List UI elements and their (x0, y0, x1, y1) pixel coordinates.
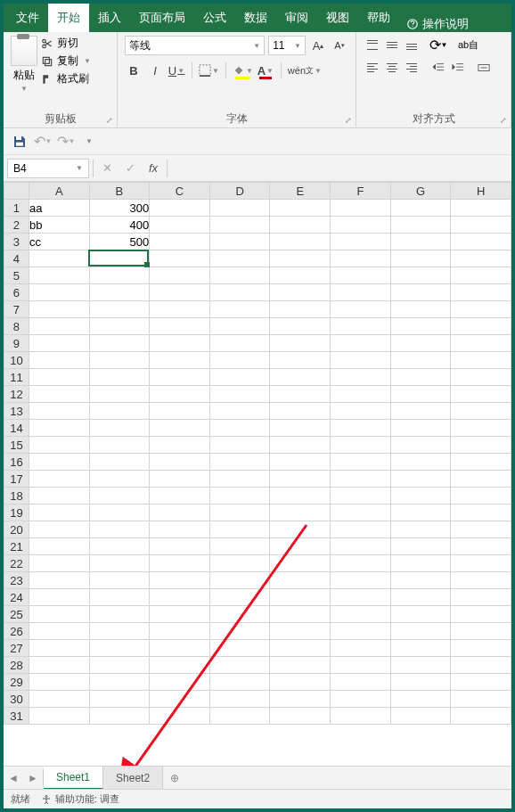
cell-E5[interactable] (270, 267, 331, 284)
cell-C3[interactable] (150, 234, 210, 250)
cancel-formula-button[interactable]: ✕ (97, 159, 117, 178)
row-header-18[interactable]: 18 (4, 488, 29, 504)
cell-E12[interactable] (270, 386, 331, 403)
cell-G29[interactable] (390, 674, 451, 691)
cell-G2[interactable] (390, 217, 451, 234)
cell-G28[interactable] (390, 657, 451, 674)
sheet-nav-prev[interactable]: ◄ (4, 767, 23, 790)
col-header-A[interactable]: A (29, 183, 89, 200)
cell-E31[interactable] (270, 708, 331, 725)
col-header-D[interactable]: D (209, 183, 270, 200)
copy-button[interactable]: 复制▼ (41, 53, 91, 69)
cell-A19[interactable] (29, 504, 89, 521)
cell-A15[interactable] (29, 437, 89, 454)
col-header-H[interactable]: H (451, 183, 511, 200)
cell-F19[interactable] (331, 504, 391, 521)
cell-H7[interactable] (451, 301, 511, 318)
cell-G21[interactable] (390, 538, 451, 555)
cell-G11[interactable] (390, 369, 451, 386)
cell-F30[interactable] (331, 691, 391, 708)
cell-H17[interactable] (451, 471, 511, 488)
cell-B12[interactable] (89, 386, 150, 403)
cell-D17[interactable] (209, 471, 270, 488)
cell-E19[interactable] (270, 504, 331, 521)
cell-H24[interactable] (451, 589, 511, 606)
cell-F20[interactable] (331, 521, 391, 538)
cell-D9[interactable] (209, 335, 270, 352)
underline-button[interactable]: U▼ (168, 61, 185, 80)
cell-H28[interactable] (451, 657, 511, 674)
cell-F22[interactable] (331, 555, 391, 572)
cell-B2[interactable]: 400 (89, 217, 150, 234)
cell-H19[interactable] (451, 504, 511, 521)
cell-G17[interactable] (390, 471, 451, 488)
cell-G7[interactable] (390, 301, 451, 318)
cell-E7[interactable] (270, 301, 331, 318)
cell-F25[interactable] (331, 606, 391, 623)
cell-B23[interactable] (89, 572, 150, 589)
cell-E18[interactable] (270, 488, 331, 504)
cell-H30[interactable] (451, 691, 511, 708)
cell-E16[interactable] (270, 454, 331, 471)
cell-E17[interactable] (270, 471, 331, 488)
cell-E8[interactable] (270, 318, 331, 335)
cell-D19[interactable] (209, 504, 270, 521)
cell-D29[interactable] (209, 674, 270, 691)
cell-A18[interactable] (29, 488, 89, 504)
cell-A4[interactable] (29, 250, 89, 267)
cell-A13[interactable] (29, 403, 89, 420)
cell-H22[interactable] (451, 555, 511, 572)
col-header-F[interactable]: F (331, 183, 391, 200)
cell-C22[interactable] (150, 555, 210, 572)
cell-A3[interactable]: cc (29, 234, 89, 250)
cell-E30[interactable] (270, 691, 331, 708)
cell-G19[interactable] (390, 504, 451, 521)
cell-D7[interactable] (209, 301, 270, 318)
row-header-4[interactable]: 4 (4, 250, 29, 267)
cell-F18[interactable] (331, 488, 391, 504)
cut-button[interactable]: 剪切 (41, 36, 91, 51)
sheet-nav-next[interactable]: ► (23, 767, 43, 790)
cell-C9[interactable] (150, 335, 210, 352)
redo-button[interactable]: ↷▼ (57, 133, 75, 151)
cell-B18[interactable] (89, 488, 150, 504)
cell-F29[interactable] (331, 674, 391, 691)
cell-F15[interactable] (331, 437, 391, 454)
cell-H8[interactable] (451, 318, 511, 335)
cell-F21[interactable] (331, 538, 391, 555)
cell-D6[interactable] (209, 284, 270, 301)
cell-G14[interactable] (390, 420, 451, 437)
cell-G25[interactable] (390, 606, 451, 623)
cell-H1[interactable] (451, 200, 511, 217)
tab-review[interactable]: 审阅 (276, 4, 317, 32)
cell-B29[interactable] (89, 674, 150, 691)
cell-C25[interactable] (150, 606, 210, 623)
cell-A31[interactable] (29, 708, 89, 725)
cell-D10[interactable] (209, 352, 270, 369)
cell-C27[interactable] (150, 640, 210, 657)
cell-D20[interactable] (209, 521, 270, 538)
cell-E26[interactable] (270, 623, 331, 640)
row-header-7[interactable]: 7 (4, 301, 29, 318)
cell-F26[interactable] (331, 623, 391, 640)
increase-font-button[interactable]: A▴ (309, 36, 327, 55)
cell-F2[interactable] (331, 217, 391, 234)
cell-F5[interactable] (331, 267, 391, 284)
cell-F28[interactable] (331, 657, 391, 674)
cell-C5[interactable] (150, 267, 210, 284)
clipboard-expand-icon[interactable]: ⤢ (104, 115, 115, 126)
cell-D5[interactable] (209, 267, 270, 284)
cell-B20[interactable] (89, 521, 150, 538)
cell-H15[interactable] (451, 437, 511, 454)
cell-B13[interactable] (89, 403, 150, 420)
cell-F14[interactable] (331, 420, 391, 437)
cell-F17[interactable] (331, 471, 391, 488)
cell-C23[interactable] (150, 572, 210, 589)
tab-data[interactable]: 数据 (235, 4, 276, 32)
row-header-30[interactable]: 30 (4, 691, 29, 708)
cell-G10[interactable] (390, 352, 451, 369)
cell-E23[interactable] (270, 572, 331, 589)
cell-B15[interactable] (89, 437, 150, 454)
cell-E14[interactable] (270, 420, 331, 437)
sheet-tab-1[interactable]: Sheet1 (44, 767, 103, 790)
